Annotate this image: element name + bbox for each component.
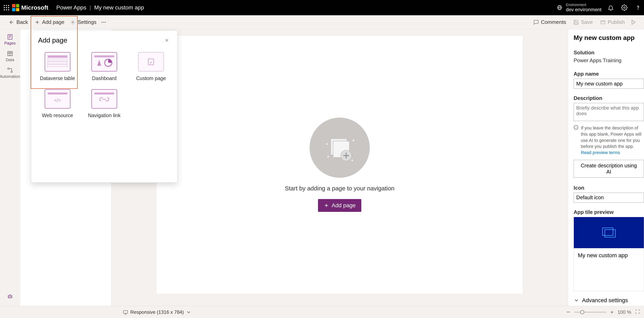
environment-value: dev environment: [566, 7, 602, 12]
settings-cmd[interactable]: Settings: [67, 18, 99, 27]
card-dataverse-label: Dataverse table: [40, 76, 75, 81]
icon-select[interactable]: [574, 193, 644, 203]
rail-virtual-agent[interactable]: [0, 291, 20, 302]
empty-navigation-icon: [310, 118, 370, 178]
settings-button[interactable]: [620, 3, 629, 12]
create-description-ai-button[interactable]: Create description using AI: [574, 160, 644, 178]
icon-label: Icon: [574, 185, 644, 191]
zoom-in-button[interactable]: +: [610, 309, 614, 315]
environment-picker[interactable]: Environment dev environment: [556, 3, 602, 12]
tile-preview-name: My new custom app: [574, 248, 644, 291]
app-launcher-button[interactable]: [2, 3, 11, 13]
svg-rect-31: [124, 310, 128, 313]
status-bar: Responsive (1316 x 784) − + 100 %: [0, 306, 644, 318]
svg-point-14: [102, 22, 103, 23]
add-page-cmd[interactable]: Add page: [32, 18, 67, 27]
help-button[interactable]: [634, 3, 642, 12]
popup-close-button[interactable]: [163, 37, 170, 44]
settings-label: Settings: [78, 19, 96, 25]
environment-icon: [556, 5, 563, 11]
card-dataverse-table[interactable]: Dataverse table: [38, 52, 77, 81]
responsive-label: Responsive (1316 x 784): [130, 309, 184, 315]
back-button[interactable]: Back: [6, 18, 31, 27]
notifications-button[interactable]: [606, 3, 615, 12]
svg-point-1: [6, 5, 7, 6]
svg-rect-29: [602, 228, 613, 235]
app-tile-preview: My new custom app: [574, 217, 644, 291]
rail-data[interactable]: Data: [0, 48, 20, 65]
svg-text:</>: </>: [54, 98, 61, 103]
svg-rect-34: [48, 62, 67, 64]
solution-label: Solution: [574, 50, 644, 56]
svg-point-2: [8, 5, 9, 6]
svg-point-11: [624, 7, 625, 9]
svg-rect-30: [605, 230, 615, 237]
svg-rect-41: [94, 93, 114, 95]
card-navigation-link[interactable]: Navigation link: [85, 89, 124, 118]
svg-rect-17: [601, 21, 605, 24]
play-cmd[interactable]: [629, 18, 638, 27]
tile-preview-icon: [574, 217, 644, 248]
svg-point-5: [8, 7, 9, 8]
save-cmd[interactable]: Save: [570, 18, 596, 27]
rail-automation[interactable]: Automation: [0, 65, 20, 81]
svg-point-21: [11, 71, 12, 73]
description-info: If you leave the description of this app…: [574, 125, 644, 156]
svg-point-12: [638, 9, 638, 9]
microsoft-logo-icon: [12, 4, 19, 11]
add-page-primary-button[interactable]: Add page: [318, 199, 361, 212]
zoom-out-button[interactable]: −: [566, 308, 570, 316]
breadcrumb: Power Apps | My new custom app: [56, 5, 144, 11]
tile-preview-label: App tile preview: [574, 209, 644, 215]
back-label: Back: [16, 19, 28, 25]
overflow-cmd[interactable]: [99, 18, 108, 27]
zoom-slider[interactable]: [574, 312, 606, 312]
svg-point-23: [9, 296, 10, 297]
rail-automation-label: Automation: [0, 74, 20, 79]
publish-cmd[interactable]: Publish: [597, 18, 628, 27]
rail-data-label: Data: [6, 58, 14, 62]
product-name[interactable]: Power Apps: [56, 5, 86, 11]
svg-point-8: [8, 9, 9, 10]
rail-pages-label: Pages: [4, 41, 16, 46]
svg-rect-19: [8, 51, 12, 56]
card-web-resource[interactable]: </> Web resource: [38, 89, 77, 118]
save-label: Save: [581, 19, 593, 25]
rail-pages[interactable]: Pages: [0, 31, 20, 48]
canvas: Start by adding a page to your navigatio…: [156, 35, 523, 294]
zoom-value: 100 %: [618, 309, 631, 315]
svg-rect-36: [94, 55, 114, 57]
add-page-label: Add page: [42, 19, 64, 25]
card-dashboard-label: Dashboard: [92, 76, 116, 81]
global-header: Microsoft Power Apps | My new custom app…: [0, 0, 644, 15]
svg-rect-32: [48, 55, 67, 58]
responsive-indicator[interactable]: Responsive (1316 x 784): [120, 308, 194, 316]
svg-point-24: [10, 296, 11, 297]
card-custom-page[interactable]: Custom page: [132, 52, 170, 81]
fit-to-screen-button[interactable]: [635, 309, 640, 315]
comments-cmd[interactable]: Comments: [530, 18, 569, 27]
appname-input[interactable]: [574, 79, 644, 89]
info-text: If you leave the description of this app…: [581, 125, 642, 149]
properties-panel: My new custom app Solution Power Apps Tr…: [568, 29, 644, 306]
comments-label: Comments: [541, 19, 566, 25]
description-label: Description: [574, 95, 644, 101]
environment-label: Environment: [566, 3, 602, 7]
preview-terms-link[interactable]: Read preview terms: [581, 150, 620, 155]
advanced-settings-toggle[interactable]: Advanced settings: [574, 297, 644, 303]
microsoft-logo-text: Microsoft: [21, 4, 48, 11]
card-navigation-link-label: Navigation link: [88, 113, 121, 118]
description-textarea[interactable]: [574, 103, 644, 121]
advanced-settings-label: Advanced settings: [582, 297, 628, 303]
svg-rect-33: [48, 59, 67, 61]
empty-message: Start by adding a page to your navigatio…: [285, 185, 394, 192]
svg-point-20: [8, 68, 9, 69]
add-page-primary-label: Add page: [332, 202, 356, 209]
canvas-area: Start by adding a page to your navigatio…: [112, 29, 568, 306]
svg-rect-18: [8, 35, 12, 39]
card-dashboard[interactable]: Dashboard: [85, 52, 124, 81]
publish-label: Publish: [608, 19, 625, 25]
svg-rect-38: [148, 59, 154, 65]
appname-label: App name: [574, 71, 644, 77]
microsoft-logo: Microsoft: [12, 4, 48, 11]
